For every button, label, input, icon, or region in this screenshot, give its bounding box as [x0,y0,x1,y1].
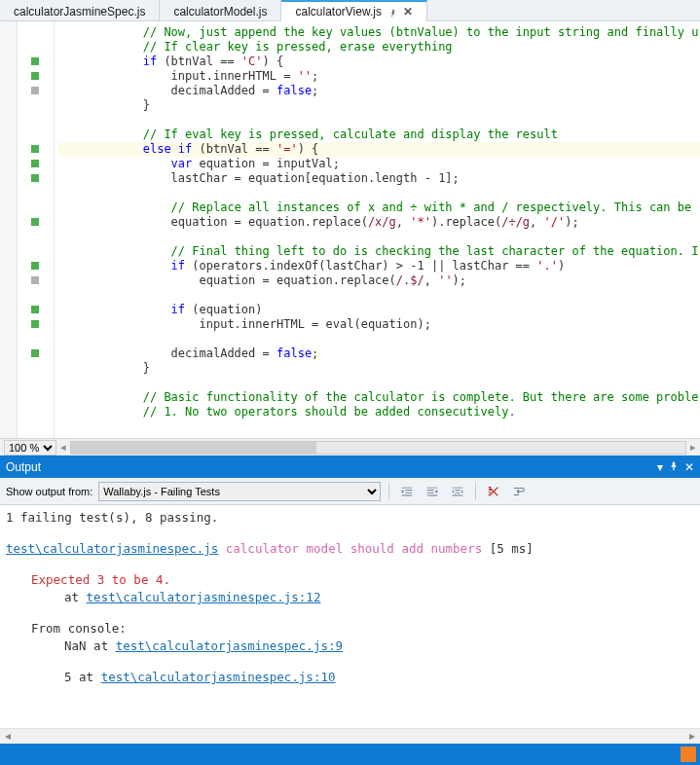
code-line: if (operators.indexOf(lastChar) > -1 || … [58,259,700,273]
console-link[interactable]: test\calculatorjasminespec.js:10 [101,670,336,684]
output-panel: Output ▾ ✕ Show output from: Wallaby.js … [0,455,700,744]
code-area[interactable]: // Now, just append the key values (btnV… [55,21,700,438]
code-line: decimalAdded = false; [58,84,700,98]
stack-link[interactable]: test\calculatorjasminespec.js:12 [87,590,321,604]
coverage-hit-marker [31,218,39,226]
code-line: // Now, just append the key values (btnV… [58,25,700,40]
failing-test-line: test\calculatorjasminespec.js calculator… [6,540,694,558]
output-source-label: Show output from: [6,486,92,497]
scrollbar-thumb[interactable] [71,442,316,454]
scroll-right-icon[interactable]: ▸ [690,441,696,454]
console-link[interactable]: test\calculatorjasminespec.js:9 [116,638,343,653]
code-line: if (equation) [58,303,700,317]
code-line: else if (btnVal == '=') { [58,142,700,157]
coverage-hit-marker [31,320,39,328]
code-line: decimalAdded = false; [58,346,700,361]
code-line: // If clear key is pressed, erase everyt… [58,40,700,55]
output-body[interactable]: 1 failing test(s), 8 passing. test\calcu… [0,505,700,728]
coverage-hit-marker [31,160,39,167]
code-line: var equation = inputVal; [58,157,700,171]
code-line: // If eval key is pressed, calculate and… [58,128,700,142]
indent-both-icon[interactable] [448,482,467,501]
coverage-miss-marker [31,276,39,284]
code-line: input.innerHTML = eval(equation); [58,317,700,332]
expectation-fail: Expected 3 to be 4. [31,572,170,587]
coverage-hit-marker [31,174,39,182]
code-line [58,230,700,244]
code-line [58,332,700,346]
code-line [58,288,700,303]
tab-calculator-model[interactable]: calculatorModel.js [160,0,281,21]
coverage-hit-marker [31,57,39,65]
status-bar [0,744,700,765]
scroll-right-icon[interactable]: ▸ [684,729,700,744]
clear-all-icon[interactable] [484,482,503,501]
code-line: equation = equation.replace(/.$/, ''); [58,273,700,288]
gutter [18,21,55,438]
test-time: [5 ms] [490,541,534,556]
code-line [58,376,700,390]
coverage-hit-marker [31,145,39,153]
output-horizontal-scrollbar[interactable]: ◂ ▸ [0,728,700,744]
code-line: // Replace all instances of x and ÷ with… [58,200,700,215]
code-line: equation = equation.replace(/x/g, '*').r… [58,215,700,230]
panel-title: Output [6,460,41,474]
toggle-wrap-icon[interactable] [509,482,529,501]
scroll-left-icon[interactable]: ◂ [60,441,66,454]
output-summary: 1 failing test(s), 8 passing. [6,509,694,527]
output-source-select[interactable]: Wallaby.js - Failing Tests [98,482,381,501]
console-msg: 5 [64,670,72,684]
test-desc: calculator model should add numbers [226,541,482,556]
horizontal-scrollbar[interactable] [70,441,686,455]
pin-icon[interactable] [387,7,397,17]
at-label: at [64,590,79,604]
panel-dropdown-icon[interactable]: ▾ [657,460,663,474]
code-line: input.innerHTML = ''; [58,69,700,84]
coverage-hit-marker [31,72,39,80]
coverage-miss-marker [31,87,39,94]
code-line: lastChar = equation[equation.length - 1]… [58,171,700,186]
code-line: } [58,98,700,113]
tab-label: calculatorModel.js [173,5,267,18]
output-panel-title-bar: Output ▾ ✕ [0,456,700,478]
tab-label: calculatorJasmineSpec.js [14,5,145,18]
indent-left-icon[interactable] [397,482,417,501]
console-msg: NaN [64,638,87,653]
indent-right-icon[interactable] [423,482,442,501]
tab-calculator-view[interactable]: calculatorView.js ✕ [281,0,427,21]
console-label: From console: [6,620,694,638]
coverage-hit-marker [31,349,39,357]
tab-label: calculatorView.js [295,5,382,18]
editor-tab-bar: calculatorJasmineSpec.js calculatorModel… [0,0,700,21]
code-line [58,113,700,128]
close-icon[interactable]: ✕ [684,460,694,474]
coverage-hit-marker [31,306,39,313]
code-line: // Basic functionality of the calculator… [58,390,700,405]
code-line: } [58,361,700,376]
scroll-left-icon[interactable]: ◂ [0,729,16,744]
code-line: if (btnVal == 'C') { [58,55,700,69]
code-editor: // Now, just append the key values (btnV… [0,21,700,438]
test-file-link[interactable]: test\calculatorjasminespec.js [6,541,218,556]
output-toolbar: Show output from: Wallaby.js - Failing T… [0,478,700,505]
code-line: // Final thing left to do is checking th… [58,244,700,259]
editor-footer: 100 % ◂ ▸ [0,438,700,455]
coverage-hit-marker [31,262,39,270]
code-line: // 1. No two operators should be added c… [58,405,700,419]
close-icon[interactable]: ✕ [403,5,413,18]
tab-calculator-jasmine-spec[interactable]: calculatorJasmineSpec.js [0,0,160,21]
zoom-select[interactable]: 100 % [4,440,56,455]
status-corner-icon [681,747,696,762]
outline-column [0,21,18,438]
code-line [58,186,700,200]
pin-icon[interactable] [669,460,679,474]
